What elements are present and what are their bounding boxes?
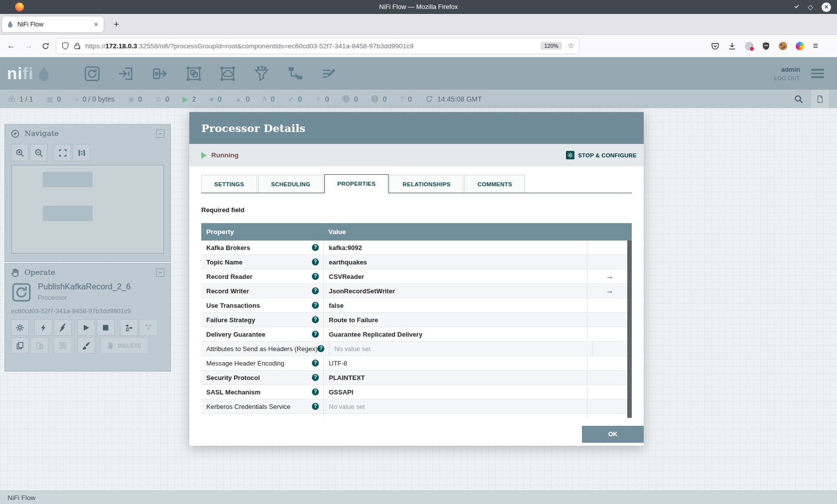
browser-tab[interactable]: NiFi Flow ×: [2, 16, 104, 32]
table-scrollbar[interactable]: [627, 241, 632, 418]
configure-button[interactable]: [11, 319, 29, 336]
help-icon[interactable]: ?: [312, 360, 319, 367]
processor-tool-icon[interactable]: [84, 65, 101, 82]
zoom-fit-button[interactable]: [54, 144, 71, 161]
stop-and-configure-button[interactable]: STOP & CONFIGURE: [566, 151, 637, 159]
property-row[interactable]: Kerberos Credentials Service ? No value …: [201, 399, 632, 414]
navigate-collapse-button[interactable]: −: [156, 129, 164, 138]
tab-properties[interactable]: PROPERTIES: [324, 174, 389, 193]
breadcrumb[interactable]: NiFi Flow: [7, 494, 35, 502]
property-value[interactable]: No value set: [323, 399, 587, 413]
global-menu-button[interactable]: [811, 69, 824, 78]
property-row[interactable]: Topic Name ? earthquakes: [201, 255, 632, 269]
property-value[interactable]: false: [323, 298, 587, 312]
property-row[interactable]: Message Header Encoding ? UTF-8: [201, 356, 632, 371]
property-row[interactable]: Attributes to Send as Headers (Regex) ? …: [201, 342, 632, 356]
property-value[interactable]: Guarantee Replicated Delivery: [323, 327, 587, 341]
zoom-out-button[interactable]: [30, 144, 47, 161]
stop-button[interactable]: [97, 319, 115, 336]
reload-button[interactable]: [42, 42, 49, 50]
property-row[interactable]: Kafka Brokers ? kafka:9092: [201, 241, 632, 255]
template-tool-icon[interactable]: [287, 65, 304, 82]
property-value[interactable]: No value set: [329, 342, 592, 356]
pocket-icon[interactable]: [711, 42, 719, 50]
property-row[interactable]: SASL Mechanism ? GSSAPI: [201, 385, 632, 399]
operate-collapse-button[interactable]: −: [156, 268, 164, 277]
tab-scheduling[interactable]: SCHEDULING: [258, 175, 323, 193]
help-icon[interactable]: ?: [312, 374, 319, 381]
help-icon[interactable]: ?: [312, 287, 319, 294]
scrollbar-thumb[interactable]: [627, 241, 632, 418]
goto-service-arrow-icon[interactable]: →: [606, 286, 614, 295]
process-group-tool-icon[interactable]: [185, 65, 202, 82]
label-tool-icon[interactable]: [321, 65, 338, 82]
property-value[interactable]: CSVReader: [323, 269, 587, 283]
help-icon[interactable]: ?: [312, 258, 319, 265]
browser-menu-button[interactable]: ≡: [813, 41, 818, 51]
help-icon[interactable]: ?: [317, 345, 324, 352]
zoom-actual-size-button[interactable]: [73, 144, 90, 161]
help-icon[interactable]: ?: [312, 403, 319, 410]
window-maximize-button[interactable]: ◇: [808, 3, 813, 10]
window-minimize-button[interactable]: [795, 3, 799, 8]
search-icon[interactable]: [794, 95, 803, 104]
input-port-tool-icon[interactable]: [118, 65, 135, 82]
help-icon[interactable]: ?: [312, 302, 319, 309]
window-close-button[interactable]: ×: [822, 2, 831, 12]
extension-masks-icon[interactable]: [745, 42, 753, 50]
logout-link[interactable]: LOG OUT: [774, 75, 800, 81]
change-color-button[interactable]: [77, 337, 95, 354]
zoom-level-badge[interactable]: 120%: [541, 42, 561, 50]
help-icon[interactable]: ?: [312, 244, 319, 251]
ublock-origin-icon[interactable]: [762, 42, 770, 50]
url-text[interactable]: https://172.18.0.3:32558/nifi/?processGr…: [85, 42, 537, 50]
bookmark-star-icon[interactable]: ☆: [568, 41, 574, 50]
property-row[interactable]: Failure Strategy ? Route to Failure: [201, 313, 632, 327]
refresh-icon[interactable]: [425, 95, 433, 103]
save-template-button[interactable]: [120, 319, 138, 336]
property-value[interactable]: earthquakes: [323, 255, 587, 269]
downloads-icon[interactable]: [728, 42, 736, 50]
help-icon[interactable]: ?: [312, 331, 319, 338]
url-bar[interactable]: https://172.18.0.3:32558/nifi/?processGr…: [56, 38, 579, 54]
lock-warning-icon[interactable]: [73, 42, 81, 50]
ok-button[interactable]: OK: [582, 426, 644, 443]
zoom-in-button[interactable]: [11, 144, 28, 161]
panel-toggle-button[interactable]: [811, 90, 829, 108]
help-icon[interactable]: ?: [312, 316, 319, 323]
back-button[interactable]: ←: [7, 41, 15, 51]
property-value[interactable]: JsonRecordSetWriter: [323, 284, 587, 298]
help-icon[interactable]: ?: [312, 388, 319, 395]
property-value[interactable]: UTF-8: [323, 356, 587, 370]
property-value[interactable]: Route to Failure: [323, 313, 587, 327]
property-row[interactable]: Security Protocol ? PLAINTEXT: [201, 371, 632, 385]
copy-button[interactable]: [11, 337, 29, 354]
start-button[interactable]: [77, 319, 95, 336]
enable-button[interactable]: [34, 319, 52, 336]
property-value[interactable]: kafka:9092: [323, 241, 587, 254]
property-row[interactable]: Kerberos Service Name ? No value set: [201, 414, 632, 418]
property-value[interactable]: GSSAPI: [323, 385, 587, 399]
disable-button[interactable]: [54, 319, 72, 336]
tab-settings[interactable]: SETTINGS: [201, 175, 257, 193]
property-value[interactable]: PLAINTEXT: [323, 371, 587, 384]
tab-relationships[interactable]: RELATIONSHIPS: [390, 175, 463, 193]
help-icon[interactable]: ?: [312, 273, 319, 280]
new-tab-button[interactable]: +: [111, 19, 122, 30]
property-row[interactable]: Delivery Guarantee ? Guarantee Replicate…: [201, 327, 632, 342]
property-row[interactable]: Record Writer ? JsonRecordSetWriter →: [201, 284, 632, 298]
property-row[interactable]: Record Reader ? CSVReader →: [201, 269, 632, 284]
funnel-tool-icon[interactable]: [253, 65, 270, 82]
tab-close-button[interactable]: ×: [93, 20, 99, 28]
cookie-extension-icon[interactable]: [779, 42, 787, 50]
container-extension-icon[interactable]: [796, 42, 804, 50]
tab-comments[interactable]: COMMENTS: [464, 175, 525, 193]
property-row[interactable]: Use Transactions ? false: [201, 298, 632, 313]
birdseye-minimap[interactable]: [11, 165, 164, 253]
tracking-shield-icon[interactable]: [61, 42, 69, 50]
goto-service-arrow-icon[interactable]: →: [606, 272, 614, 281]
help-icon[interactable]: ?: [312, 418, 319, 418]
property-value[interactable]: No value set: [323, 414, 587, 418]
output-port-tool-icon[interactable]: [151, 65, 168, 82]
remote-process-group-tool-icon[interactable]: [219, 65, 236, 82]
